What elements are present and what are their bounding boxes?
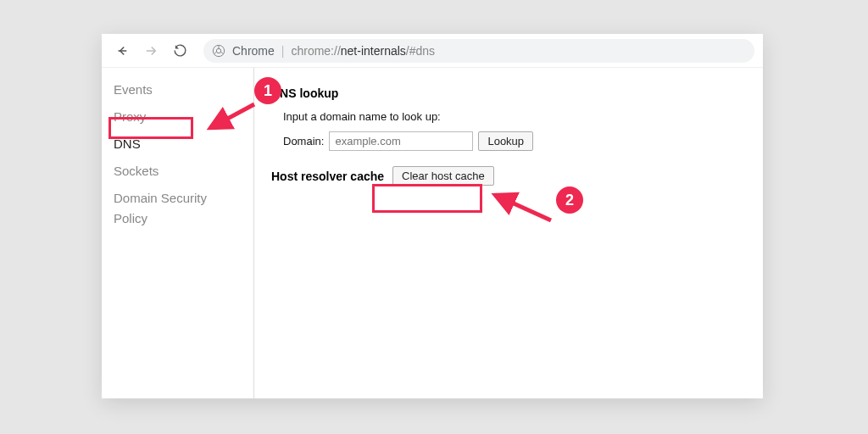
sidebar-item-proxy[interactable]: Proxy [102, 103, 253, 131]
sidebar-item-events[interactable]: Events [102, 76, 253, 103]
sidebar-item-sockets[interactable]: Sockets [102, 158, 253, 185]
browser-window: Chrome | chrome://net-internals/#dns Eve… [102, 34, 763, 398]
domain-label: Domain: [283, 135, 324, 147]
address-bar[interactable]: Chrome | chrome://net-internals/#dns [203, 39, 754, 63]
arrow-left-icon [114, 43, 130, 58]
forward-button[interactable] [139, 39, 163, 63]
sidebar-item-dns[interactable]: DNS [102, 131, 253, 158]
back-button[interactable] [110, 39, 134, 63]
reload-button[interactable] [168, 39, 192, 63]
address-chrome-label: Chrome [232, 44, 275, 58]
sidebar-item-domain-security-policy[interactable]: Domain Security Policy [102, 185, 253, 232]
address-url: chrome://net-internals/#dns [291, 44, 435, 58]
arrow-right-icon [143, 43, 159, 58]
browser-toolbar: Chrome | chrome://net-internals/#dns [102, 34, 763, 68]
content-area: Events Proxy DNS Sockets Domain Security… [102, 68, 763, 398]
host-resolver-row: Host resolver cache Clear host cache [271, 166, 746, 186]
chrome-icon [212, 44, 225, 58]
lookup-button[interactable]: Lookup [478, 131, 533, 151]
sidebar: Events Proxy DNS Sockets Domain Security… [102, 68, 254, 398]
address-divider: | [281, 44, 285, 58]
clear-host-cache-button[interactable]: Clear host cache [392, 166, 494, 186]
reload-icon [173, 43, 187, 58]
domain-input[interactable] [329, 131, 473, 151]
dns-lookup-title: DNS lookup [271, 86, 746, 100]
main-panel: DNS lookup Input a domain name to look u… [254, 68, 763, 398]
dns-lookup-help: Input a domain name to look up: [283, 110, 746, 123]
svg-point-2 [216, 48, 220, 53]
host-resolver-label: Host resolver cache [271, 170, 384, 183]
domain-form-row: Domain: Lookup [283, 131, 746, 151]
